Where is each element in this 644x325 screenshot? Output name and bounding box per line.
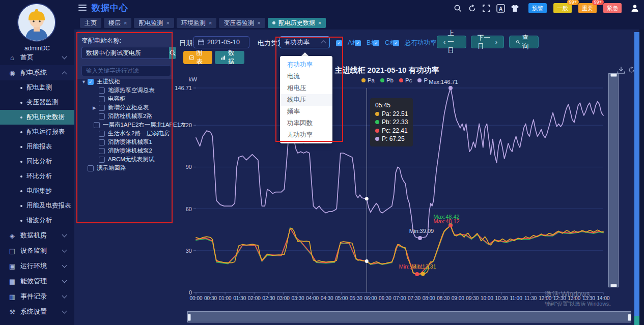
y-tick-label: 120 — [183, 122, 192, 128]
tooltip-value: Pc: 22.41 — [382, 127, 408, 135]
y-tick-label: 0 — [189, 289, 192, 296]
x-tick-label: 08:30 — [437, 296, 450, 301]
x-tick-label: 04:00 — [306, 296, 319, 301]
x-tick-label: 06:00 — [364, 296, 377, 301]
tooltip-value: P: 67.25 — [382, 135, 405, 143]
tooltip-dot — [375, 137, 379, 141]
x-tick-label: 07:00 — [393, 296, 406, 301]
x-tick-label: 00:30 — [204, 296, 217, 301]
select-value: 有功功率 — [284, 38, 310, 47]
x-tick-label: 09:00 — [452, 296, 464, 301]
x-tick-label: 10:00 — [481, 296, 493, 301]
annotation-label: Min:39.09 — [409, 228, 434, 234]
x-tick-label: 08:00 — [423, 296, 435, 301]
legend-dot — [399, 78, 403, 82]
app-window: adminDC ⌂首页◉配电系统配电监测变压器监测配电历史数据配电运行报表用能报… — [0, 0, 644, 325]
y-tick-label: 146.71 — [175, 85, 192, 91]
y-tick-label: 30 — [186, 248, 192, 254]
dropdown-option-有功功率[interactable]: 有功功率 — [280, 59, 332, 71]
x-tick-label: 11:00 — [510, 296, 522, 301]
annotation-dot — [418, 236, 422, 240]
y-tick-label: 60 — [186, 206, 192, 212]
chevron-up-icon — [321, 41, 326, 46]
annotation-dot — [415, 272, 419, 276]
dropdown-option-无功功率[interactable]: 无功功率 — [280, 129, 332, 141]
page-scrollbar[interactable] — [634, 32, 639, 316]
legend-dot — [417, 78, 422, 82]
legend-label: Pb — [386, 77, 394, 83]
tooltip-value: Pa: 22.51 — [382, 110, 408, 119]
dropdown-option-线电压[interactable]: 线电压 — [280, 94, 332, 106]
dropdown-option-频率[interactable]: 频率 — [280, 106, 332, 117]
tooltip-row-Pc: Pc: 22.41 — [375, 127, 408, 135]
x-tick-label: 02:00 — [248, 296, 261, 301]
x-tick-label: 04:30 — [321, 296, 333, 301]
x-tick-label: 05:00 — [335, 296, 348, 301]
power-category-dropdown: 有功功率电流相电压线电压频率功率因数无功功率视在功率 — [280, 56, 332, 143]
datazoom-bottom-handle[interactable] — [610, 284, 617, 287]
x-tick-label: 03:30 — [291, 296, 304, 301]
x-tick-label: 01:00 — [219, 296, 232, 301]
tooltip-dot — [375, 112, 379, 116]
legend-label: Pc — [405, 77, 412, 83]
x-tick-label: 10:30 — [495, 296, 508, 301]
chart-tooltip: 05:45 Pa: 22.51Pb: 22.33Pc: 22.41P: 67.2… — [370, 98, 413, 146]
x-tick-label: 07:30 — [408, 296, 421, 301]
dropdown-option-视在功率[interactable]: 视在功率 — [280, 141, 332, 143]
dropdown-option-相电压[interactable]: 相电压 — [280, 82, 332, 94]
tooltip-dot — [375, 129, 379, 133]
horizontal-datazoom-slider[interactable] — [187, 311, 631, 322]
datazoom-left-handle[interactable] — [187, 314, 191, 321]
x-tick-label: 06:30 — [379, 296, 391, 301]
windows-activation-watermark: 激活 Windows 转到“设置”以激活 Windows。 — [545, 290, 614, 308]
x-tick-label: 02:30 — [262, 296, 275, 301]
power-category-select[interactable]: 有功功率 — [279, 36, 330, 48]
tooltip-time: 05:45 — [375, 101, 408, 110]
dropdown-option-电流[interactable]: 电流 — [280, 71, 332, 82]
crosshair-point-p — [365, 197, 369, 200]
line-chart[interactable]: 146.711209060300kW00:0000:3001:0001:3002… — [0, 0, 644, 325]
legend-item-P[interactable]: P — [417, 77, 428, 83]
annotation-label: Min:13.31 — [412, 263, 436, 270]
datazoom-right-handle[interactable] — [628, 314, 631, 321]
chart-legend: PaPbPcP — [336, 77, 453, 83]
x-tick-label: 01:30 — [233, 296, 246, 301]
annotation-label: Max:48.12 — [433, 218, 459, 224]
tooltip-row-Pb: Pb: 22.33 — [375, 118, 408, 127]
legend-item-Pa[interactable]: Pa — [361, 77, 375, 83]
annotation-dot — [449, 86, 453, 90]
x-tick-label: 11:30 — [524, 296, 537, 301]
x-tick-label: 09:30 — [466, 296, 479, 301]
legend-dot — [380, 78, 384, 82]
legend-item-Pc[interactable]: Pc — [399, 77, 412, 83]
tooltip-value: Pb: 22.33 — [382, 118, 408, 127]
x-tick-label: 05:30 — [350, 296, 362, 301]
crosshair-point-phases — [365, 259, 369, 263]
annotation-dot — [421, 272, 425, 276]
tooltip-dot — [375, 120, 379, 124]
x-tick-label: 03:00 — [277, 296, 290, 301]
page-scrollbar-end — [634, 316, 639, 325]
legend-label: P — [424, 77, 428, 83]
x-tick-label: 00:00 — [189, 296, 202, 301]
legend-label: Pa — [368, 77, 375, 83]
dropdown-option-功率因数[interactable]: 功率因数 — [280, 117, 332, 129]
legend-item-Pb[interactable]: Pb — [380, 77, 394, 83]
tooltip-row-Pa: Pa: 22.51 — [375, 110, 408, 119]
y-axis-unit: kW — [188, 76, 197, 82]
y-tick-label: 90 — [186, 164, 192, 170]
datazoom-top-handle[interactable] — [610, 73, 617, 77]
tooltip-row-P: P: 67.25 — [375, 135, 408, 143]
vertical-datazoom-slider[interactable] — [608, 73, 619, 287]
legend-dot — [361, 78, 366, 82]
